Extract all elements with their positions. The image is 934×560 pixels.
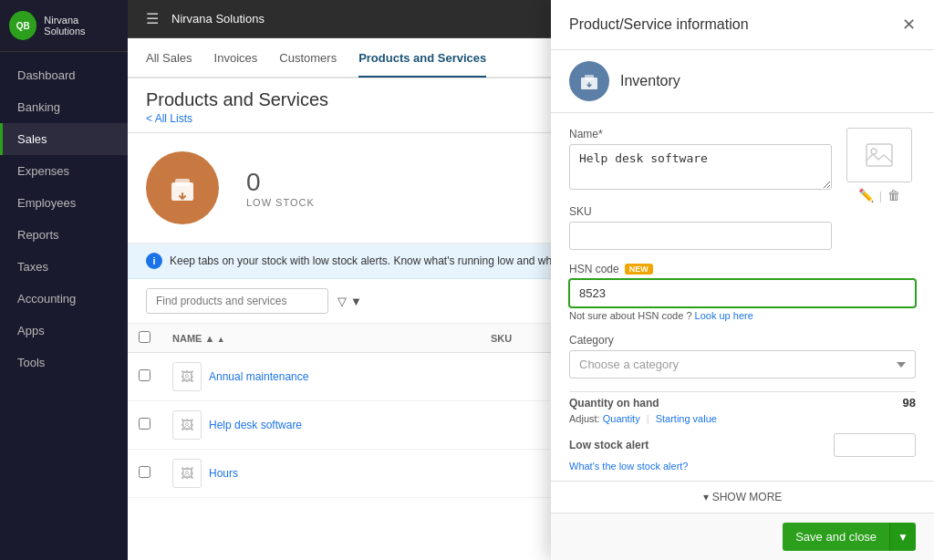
sidebar-item-employees[interactable]: Employees [0, 187, 128, 219]
filter-dropdown-icon: ▼ [350, 295, 362, 308]
hsn-help-text: Not sure about HSN code ? Look up here [569, 310, 916, 321]
sku-label: SKU [569, 205, 832, 218]
panel-header: Product/Service information ✕ [551, 0, 934, 50]
tab-customers[interactable]: Customers [279, 40, 337, 78]
product-service-panel: Product/Service information ✕ Inventory … [551, 0, 934, 560]
sidebar-item-apps[interactable]: Apps [0, 315, 128, 347]
alert-text: Keep tabs on your stock with low stock a… [170, 254, 577, 267]
image-section: ✏️ | 🗑 [843, 128, 916, 263]
divider [569, 391, 916, 392]
low-stock-label: LOW STOCK [246, 197, 315, 208]
hsn-input[interactable] [569, 279, 916, 307]
low-stock-info: 0 LOW STOCK [246, 168, 315, 208]
info-icon: i [146, 253, 162, 269]
qty-row: Quantity on hand 98 [569, 396, 916, 410]
name-form-group: Name* [569, 128, 832, 192]
hsn-form-group: HSN code NEW Not sure about HSN code ? L… [569, 263, 916, 321]
low-stock-row: Low stock alert [569, 433, 916, 457]
product-thumbnail: 🖼 [172, 362, 202, 391]
low-stock-alert-label: Low stock alert [569, 439, 825, 451]
panel-close-button[interactable]: ✕ [902, 15, 916, 35]
product-name[interactable]: Help desk software [209, 419, 302, 431]
tab-all-sales[interactable]: All Sales [146, 40, 192, 78]
edit-image-button[interactable]: ✏️ [858, 188, 874, 202]
tab-invoices[interactable]: Invoices [214, 40, 258, 78]
product-name-cell: 🖼 Help desk software [161, 401, 480, 450]
product-name-cell: 🖼 Hours [161, 450, 480, 498]
category-select[interactable]: Choose a category [569, 350, 916, 379]
panel-body: Name* SKU [551, 113, 934, 481]
filter-icon: ▽ [337, 295, 347, 308]
image-actions: ✏️ | 🗑 [858, 188, 900, 202]
qty-quantity-link[interactable]: Quantity [603, 413, 640, 424]
save-and-close-button[interactable]: Save and close [783, 523, 889, 551]
hsn-lookup-link[interactable]: Look up here [695, 310, 753, 321]
main-content: ☰ Nirvana Solutions All Sales Invoices C… [128, 0, 934, 560]
sidebar-item-reports[interactable]: Reports [0, 219, 128, 251]
sidebar: QB Nirvana Solutions Dashboard Banking S… [0, 0, 128, 560]
name-image-row: Name* SKU [569, 128, 916, 263]
type-icon [569, 61, 609, 101]
panel-title: Product/Service information [569, 16, 749, 33]
product-name-cell: 🖼 Annual maintenance [161, 353, 480, 401]
show-more-chevron: ▾ [703, 491, 709, 503]
svg-point-5 [871, 149, 877, 154]
sku-input[interactable] [569, 222, 832, 250]
show-more-bar[interactable]: ▾ SHOW MORE [551, 481, 934, 513]
col-name[interactable]: NAME ▲ [161, 324, 480, 353]
show-more-label: SHOW MORE [712, 491, 783, 503]
category-form-group: Category Choose a category [569, 334, 916, 379]
name-section: Name* SKU [569, 128, 832, 263]
panel-footer: Save and close ▼ [551, 513, 934, 560]
sidebar-item-sales[interactable]: Sales [0, 123, 128, 155]
sidebar-nav: Dashboard Banking Sales Expenses Employe… [0, 52, 128, 386]
sidebar-item-accounting[interactable]: Accounting [0, 283, 128, 315]
type-label: Inventory [620, 73, 680, 89]
row-checkbox-cell [128, 401, 161, 450]
company-name: Nirvana Solutions [44, 15, 119, 36]
sku-form-group: SKU [569, 205, 832, 250]
top-company-name: Nirvana Solutions [171, 12, 265, 26]
search-input[interactable] [146, 288, 328, 314]
product-thumbnail: 🖼 [172, 459, 202, 488]
filter-button[interactable]: ▽ ▼ [337, 295, 362, 308]
panel-product-type: Inventory [551, 50, 934, 113]
col-checkbox [128, 324, 161, 353]
qty-adjust: Adjust: Quantity | Starting value [569, 413, 916, 424]
name-input[interactable] [569, 144, 832, 190]
low-stock-input[interactable] [834, 433, 916, 457]
sidebar-item-dashboard[interactable]: Dashboard [0, 59, 128, 91]
tab-products-services[interactable]: Products and Services [358, 40, 486, 78]
category-label: Category [569, 334, 916, 347]
hsn-new-badge: NEW [625, 264, 653, 275]
svg-rect-1 [175, 179, 190, 186]
sidebar-item-expenses[interactable]: Expenses [0, 155, 128, 187]
row-checkbox[interactable] [139, 418, 150, 430]
product-name[interactable]: Annual maintenance [209, 370, 308, 383]
row-checkbox-cell [128, 353, 161, 401]
qty-value: 98 [903, 396, 916, 410]
save-dropdown-button[interactable]: ▼ [889, 523, 916, 551]
product-thumbnail: 🖼 [172, 410, 202, 440]
product-name[interactable]: Hours [209, 467, 238, 480]
sidebar-header: QB Nirvana Solutions [0, 0, 128, 52]
row-checkbox[interactable] [139, 466, 150, 478]
svg-rect-3 [585, 75, 594, 80]
select-all-checkbox[interactable] [139, 331, 150, 343]
low-stock-help[interactable]: What's the low stock alert? [569, 461, 916, 472]
qty-label: Quantity on hand [569, 397, 659, 410]
image-placeholder [846, 128, 912, 182]
sidebar-item-banking[interactable]: Banking [0, 91, 128, 123]
row-checkbox-cell [128, 450, 161, 498]
name-label: Name* [569, 128, 832, 140]
low-stock-icon [146, 151, 219, 224]
hamburger-icon[interactable]: ☰ [146, 10, 159, 27]
save-close-wrap: Save and close ▼ [783, 523, 916, 551]
row-checkbox[interactable] [139, 369, 150, 381]
qty-starting-value-link[interactable]: Starting value [656, 413, 717, 424]
sidebar-item-tools[interactable]: Tools [0, 347, 128, 379]
sidebar-item-taxes[interactable]: Taxes [0, 251, 128, 283]
delete-image-button[interactable]: 🗑 [887, 188, 900, 202]
hsn-label: HSN code NEW [569, 263, 916, 275]
quickbooks-logo: QB [9, 11, 36, 40]
